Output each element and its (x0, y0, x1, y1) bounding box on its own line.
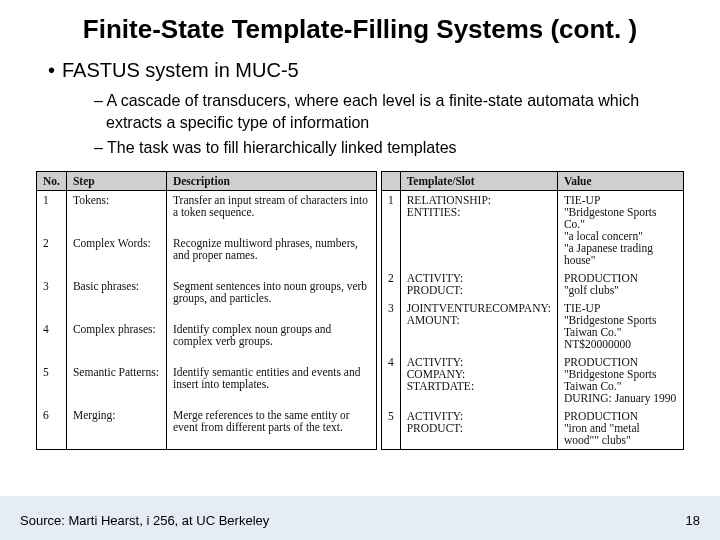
cell: PRODUCTION "iron and "metal wood"" clubs… (557, 407, 683, 450)
cell: JOINTVENTURECOMPANY: AMOUNT: (400, 299, 557, 353)
cell: ACTIVITY: PRODUCT: (400, 407, 557, 450)
page-number: 18 (686, 513, 700, 528)
cell: TIE-UP "Bridgestone Sports Taiwan Co." N… (557, 299, 683, 353)
table-row: 1RELATIONSHIP: ENTITIES:TIE-UP "Bridgest… (381, 190, 683, 269)
col-header: Value (557, 171, 683, 190)
table-row: 3JOINTVENTURECOMPANY: AMOUNT:TIE-UP "Bri… (381, 299, 683, 353)
source-text: Source: Marti Hearst, i 256, at UC Berke… (20, 513, 269, 528)
col-header: Template/Slot (400, 171, 557, 190)
cell: 3 (381, 299, 400, 353)
cell: TIE-UP "Bridgestone Sports Co." "a local… (557, 190, 683, 269)
cell: Semantic Patterns: (66, 363, 166, 406)
cell: 5 (381, 407, 400, 450)
col-header: Description (166, 171, 376, 190)
slide: Finite-State Template-Filling Systems (c… (0, 0, 720, 540)
cell: Merging: (66, 406, 166, 450)
cell: Identify semantic entities and events an… (166, 363, 376, 406)
cell: 6 (37, 406, 67, 450)
cell: RELATIONSHIP: ENTITIES: (400, 190, 557, 269)
cell: Recognize multiword phrases, numbers, an… (166, 234, 376, 277)
bullet-level-2: – The task was to fill hierarchically li… (94, 137, 684, 159)
cell: 2 (37, 234, 67, 277)
cell: 3 (37, 277, 67, 320)
col-header: No. (37, 171, 67, 190)
table-row: 5ACTIVITY: PRODUCT:PRODUCTION "iron and … (381, 407, 683, 450)
bullet-level-1: •FASTUS system in MUC-5 (48, 59, 684, 82)
table-row: 1Tokens:Transfer an input stream of char… (37, 190, 377, 234)
cell: 4 (381, 353, 400, 407)
cell: Transfer an input stream of characters i… (166, 190, 376, 234)
cell: Identify complex noun groups and complex… (166, 320, 376, 363)
cell: Complex phrases: (66, 320, 166, 363)
cell: PRODUCTION "golf clubs" (557, 269, 683, 299)
bullet-text: FASTUS system in MUC-5 (62, 59, 299, 81)
bullet-level-2: – A cascade of transducers, where each l… (94, 90, 684, 133)
cell: 2 (381, 269, 400, 299)
footer-bar: Source: Marti Hearst, i 256, at UC Berke… (0, 496, 720, 540)
cell: PRODUCTION "Bridgestone Sports Taiwan Co… (557, 353, 683, 407)
cell: 1 (37, 190, 67, 234)
cell: Segment sentences into noun groups, verb… (166, 277, 376, 320)
cell: Tokens: (66, 190, 166, 234)
table-row: 3Basic phrases:Segment sentences into no… (37, 277, 377, 320)
cell: ACTIVITY: PRODUCT: (400, 269, 557, 299)
cell: 4 (37, 320, 67, 363)
bullet-text: The task was to fill hierarchically link… (107, 139, 456, 156)
col-header (381, 171, 400, 190)
cell: Complex Words: (66, 234, 166, 277)
steps-table: No. Step Description 1Tokens:Transfer an… (36, 171, 377, 450)
bullet-text: A cascade of transducers, where each lev… (106, 92, 639, 131)
tables-row: No. Step Description 1Tokens:Transfer an… (36, 171, 684, 450)
slide-title: Finite-State Template-Filling Systems (c… (36, 14, 684, 45)
cell: 1 (381, 190, 400, 269)
table-row: 4ACTIVITY: COMPANY: STARTDATE:PRODUCTION… (381, 353, 683, 407)
templates-table: Template/Slot Value 1RELATIONSHIP: ENTIT… (381, 171, 684, 450)
table-row: 5Semantic Patterns:Identify semantic ent… (37, 363, 377, 406)
table-row: 4Complex phrases:Identify complex noun g… (37, 320, 377, 363)
table-row: 2Complex Words:Recognize multiword phras… (37, 234, 377, 277)
cell: Basic phrases: (66, 277, 166, 320)
col-header: Step (66, 171, 166, 190)
cell: Merge references to the same entity or e… (166, 406, 376, 450)
bullet-dot: • (48, 59, 62, 82)
cell: ACTIVITY: COMPANY: STARTDATE: (400, 353, 557, 407)
table-row: 2ACTIVITY: PRODUCT:PRODUCTION "golf club… (381, 269, 683, 299)
cell: 5 (37, 363, 67, 406)
table-row: 6Merging:Merge references to the same en… (37, 406, 377, 450)
